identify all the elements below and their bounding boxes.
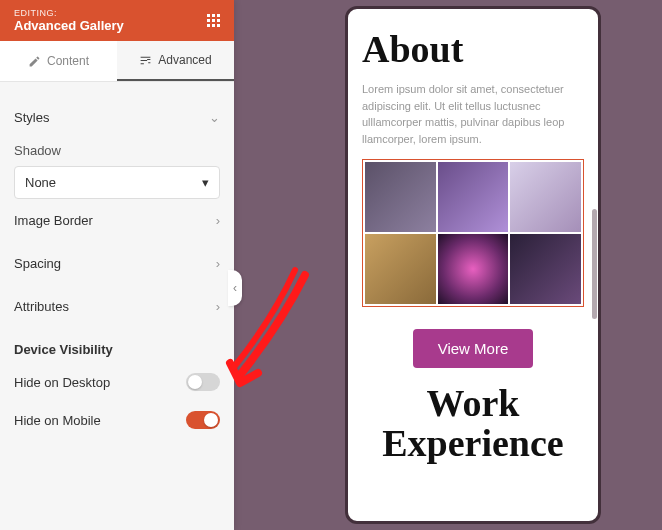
- gallery-thumb[interactable]: [438, 162, 509, 232]
- chevron-down-icon: ⌄: [209, 110, 220, 125]
- shadow-select[interactable]: None ▾: [14, 166, 220, 199]
- shadow-value: None: [25, 175, 56, 190]
- work-heading: Work Experience: [362, 384, 584, 464]
- section-image-border[interactable]: Image Border ›: [14, 199, 220, 242]
- hide-desktop-label: Hide on Desktop: [14, 375, 110, 390]
- chevron-right-icon: ›: [216, 256, 220, 271]
- gallery-thumb[interactable]: [438, 234, 509, 304]
- section-styles[interactable]: Styles ⌄: [14, 96, 220, 139]
- mobile-preview: About Lorem ipsum dolor sit amet, consec…: [345, 6, 601, 524]
- editor-sidebar: EDITING: Advanced Gallery Content Advanc…: [0, 0, 234, 530]
- tab-bar: Content Advanced: [0, 41, 234, 82]
- editing-label: EDITING:: [14, 8, 124, 18]
- section-attributes-label: Attributes: [14, 299, 69, 314]
- tab-content-label: Content: [47, 54, 89, 68]
- block-name: Advanced Gallery: [14, 18, 124, 33]
- scrollbar-thumb[interactable]: [592, 209, 597, 319]
- section-spacing-label: Spacing: [14, 256, 61, 271]
- gallery-thumb[interactable]: [510, 162, 581, 232]
- hide-mobile-toggle[interactable]: [186, 411, 220, 429]
- chevron-left-icon: ‹: [233, 281, 237, 295]
- hide-desktop-toggle[interactable]: [186, 373, 220, 391]
- tab-advanced[interactable]: Advanced: [117, 41, 234, 81]
- hide-mobile-row: Hide on Mobile: [14, 401, 220, 439]
- section-image-border-label: Image Border: [14, 213, 93, 228]
- sidebar-collapse-handle[interactable]: ‹: [228, 270, 242, 306]
- gallery-thumb[interactable]: [365, 162, 436, 232]
- sliders-icon: [139, 54, 152, 67]
- about-heading: About: [362, 27, 584, 71]
- about-text: Lorem ipsum dolor sit amet, consectetuer…: [362, 81, 584, 147]
- section-styles-label: Styles: [14, 110, 49, 125]
- drag-handle-icon[interactable]: [207, 14, 220, 27]
- pencil-icon: [28, 55, 41, 68]
- sidebar-header: EDITING: Advanced Gallery: [0, 0, 234, 41]
- gallery-block[interactable]: [362, 159, 584, 307]
- shadow-label: Shadow: [14, 139, 220, 166]
- hide-desktop-row: Hide on Desktop: [14, 363, 220, 401]
- gallery-thumb[interactable]: [510, 234, 581, 304]
- panel-advanced: Styles ⌄ Shadow None ▾ Image Border › Sp…: [0, 82, 234, 453]
- caret-down-icon: ▾: [202, 175, 209, 190]
- section-attributes[interactable]: Attributes ›: [14, 285, 220, 328]
- device-visibility-heading: Device Visibility: [14, 328, 220, 363]
- tab-content[interactable]: Content: [0, 41, 117, 81]
- chevron-right-icon: ›: [216, 213, 220, 228]
- view-more-button[interactable]: View More: [413, 329, 533, 368]
- gallery-thumb[interactable]: [365, 234, 436, 304]
- hide-mobile-label: Hide on Mobile: [14, 413, 101, 428]
- tab-advanced-label: Advanced: [158, 53, 211, 67]
- chevron-right-icon: ›: [216, 299, 220, 314]
- section-spacing[interactable]: Spacing ›: [14, 242, 220, 285]
